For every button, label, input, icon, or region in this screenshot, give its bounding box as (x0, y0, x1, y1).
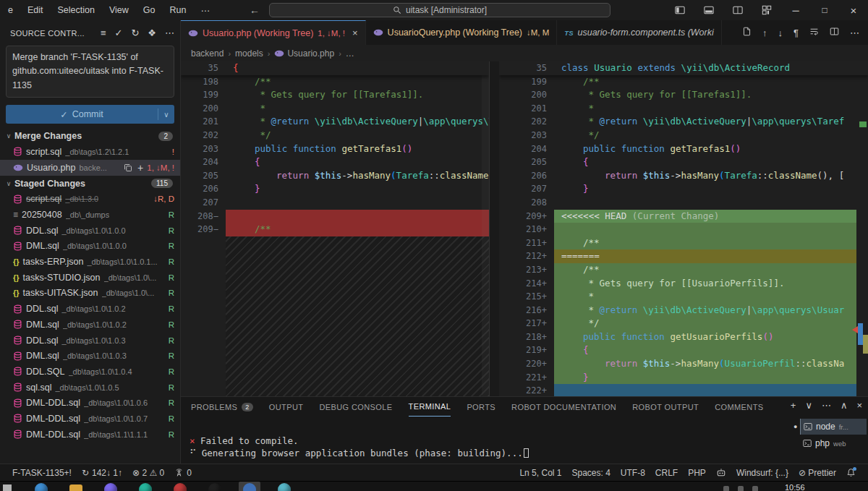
go-to-file-icon[interactable] (742, 27, 752, 38)
stage-icon[interactable]: + (137, 164, 143, 171)
scm-file-row[interactable]: {}tasks-ERP.json_db\tags\1.0\1.0.1...R (0, 254, 180, 270)
layout-split-button[interactable] (723, 0, 752, 20)
next-change-icon[interactable]: ↓ (778, 27, 783, 38)
scm-file-row[interactable]: script.sql_db\1.3.0↓R, D (0, 192, 180, 208)
notifications-status-item[interactable] (841, 468, 861, 477)
layout-custom-button[interactable] (752, 0, 781, 20)
scm-file-row[interactable]: sql.sql_db\tags\1.0\1.0.5R (0, 380, 180, 396)
more-actions-icon[interactable]: ⋯ (165, 27, 174, 38)
panel-tab-ports[interactable]: PORTS (467, 397, 495, 417)
refresh-icon[interactable]: ↻ (131, 27, 139, 38)
left-scrollbar[interactable] (482, 61, 489, 396)
scm-file-row[interactable]: DDL.sql_db\tags\1.0\1.0.0R (0, 223, 180, 239)
encoding-status-item[interactable]: UTF-8 (616, 468, 650, 478)
menu-item-view[interactable]: View (103, 3, 135, 17)
taskbar-app-app-dark[interactable] (208, 483, 221, 491)
taskbar-app-app-globe[interactable] (278, 483, 291, 491)
panel-tab-output[interactable]: OUTPUT (269, 397, 304, 417)
section-header-merge-changes[interactable]: ∨Merge Changes2 (0, 128, 180, 144)
launch-profile-icon[interactable]: ∨ (805, 400, 812, 411)
breadcrumb-item[interactable]: … (346, 48, 354, 59)
commit-dropdown-icon[interactable]: ∨ (158, 111, 174, 119)
menu-item-run[interactable]: Run (163, 3, 193, 17)
taskbar-app-browser-blue[interactable] (35, 483, 48, 491)
panel-tab-terminal[interactable]: TERMINAL (409, 397, 451, 417)
scm-file-row[interactable]: Usuario.phpbacke...+1, ↓M, ! (0, 160, 180, 176)
new-terminal-icon[interactable]: + (791, 400, 796, 411)
nav-back-icon[interactable]: ← (250, 4, 260, 16)
editor-tab[interactable]: UsuarioQuery.php (Working Tree)↓M, M (366, 20, 558, 45)
scm-file-row[interactable]: ≡20250408_db\_dumpsR (0, 207, 180, 223)
panel-tab-debug-console[interactable]: DEBUG CONSOLE (319, 397, 392, 417)
taskbar-app-file-explorer[interactable] (69, 484, 82, 491)
open-file-icon[interactable] (124, 163, 132, 172)
scm-file-row[interactable]: DML-DDL.sql_db\tags\1.0\1.0.6R (0, 395, 180, 411)
scm-file-row[interactable]: {}tasks-STUDIO.json_db\tags\1.0\...R (0, 270, 180, 286)
layout-panel-button[interactable] (694, 0, 723, 20)
scm-file-row[interactable]: {}tasks-UITASK.json_db\tags\1.0\...R (0, 286, 180, 302)
scm-file-row[interactable]: DML.sql_db\tags\1.0\1.0.2R (0, 317, 180, 333)
git-sync-status-item[interactable]: ↻142↓ 1↑ (77, 468, 127, 478)
git-branch-status-item[interactable]: F-TASK-1135+! (7, 468, 77, 478)
taskbar-app-app-red[interactable] (174, 483, 187, 491)
breadcrumb-item[interactable]: Usuario.php (274, 48, 334, 59)
scm-file-row[interactable]: script.sql_db\tags\1.2\1.2.1! (0, 144, 180, 160)
panel-tab-robot-documentation[interactable]: ROBOT DOCUMENTATION (511, 397, 616, 417)
scm-file-row[interactable]: DML-DDL.sql_db\tags\1.1\1.1.1R (0, 427, 180, 443)
scm-file-row[interactable]: DDL.sql_db\tags\1.0\1.0.2R (0, 301, 180, 317)
diff-pane-original[interactable]: 35{198/**199 * Gets query for [[Tarefas1… (181, 61, 490, 396)
eol-sequence-status-item[interactable]: CRLF (650, 468, 683, 478)
scm-file-row[interactable]: DML-DDL.sql_db\tags\1.0\1.0.7R (0, 411, 180, 427)
taskbar-active-app[interactable] (239, 482, 260, 491)
panel-tab-robot-output[interactable]: ROBOT OUTPUT (632, 397, 699, 417)
panel-tab-problems[interactable]: PROBLEMS2 (191, 397, 253, 417)
graph-icon[interactable]: ❖ (148, 27, 156, 38)
taskbar-app-app-purple[interactable] (104, 483, 117, 491)
menu-item-selection[interactable]: Selection (51, 3, 101, 17)
ports-forwarded-status-item[interactable]: 0 (169, 468, 197, 478)
prettier-status-item[interactable]: ⊘ Prettier (793, 468, 841, 478)
diff-pane-modified[interactable]: 35class Usuario extends \yii\db\ActiveRe… (499, 61, 868, 396)
close-panel-icon[interactable]: × (856, 400, 862, 411)
breadcrumb-item[interactable]: backend (191, 48, 224, 59)
menu-item-e[interactable]: e (1, 3, 20, 17)
render-whitespace-icon[interactable]: ¶ (793, 27, 799, 38)
minimize-button[interactable]: ─ (781, 0, 810, 20)
scm-file-row[interactable]: DML.sql_db\tags\1.0\1.0.0R (0, 239, 180, 255)
tab-close-icon[interactable]: × (352, 27, 358, 38)
panel-tab-comments[interactable]: COMMENTS (715, 397, 763, 417)
layout-sidebar-button[interactable] (665, 0, 694, 20)
maximize-panel-icon[interactable]: ∧ (841, 400, 848, 411)
section-header-staged-changes[interactable]: ∨Staged Changes115 (0, 176, 180, 192)
cursor-position-status-item[interactable]: Ln 5, Col 1 (514, 468, 566, 478)
split-editor-icon[interactable] (830, 27, 839, 38)
menu-item-edit[interactable]: Edit (21, 3, 50, 17)
close-button[interactable]: × (839, 0, 868, 20)
editor-tab[interactable]: TSusuario-form.component.ts (Worki (557, 20, 721, 45)
commit-button[interactable]: ✓ Commit ∨ (6, 105, 174, 124)
editor-sash[interactable] (490, 61, 499, 396)
terminal-instance-php[interactable]: phpweb (800, 435, 867, 451)
language-mode-status-item[interactable]: PHP (683, 468, 711, 478)
maximize-button[interactable]: □ (810, 0, 839, 20)
menu-item-[interactable]: ⋯ (194, 3, 216, 18)
commit-message-input[interactable]: Merge branch 'F-TASK-1135' of github.com… (6, 46, 174, 98)
breadcrumb-item[interactable]: models (235, 48, 263, 59)
more-actions-icon[interactable]: ⋯ (822, 400, 831, 411)
word-wrap-icon[interactable] (809, 27, 819, 38)
taskbar-app-app-teal[interactable] (139, 483, 152, 491)
robot-status-status-item[interactable] (711, 468, 731, 477)
command-center-search[interactable]: uitask [Administrator] (269, 3, 610, 17)
start-button[interactable] (3, 484, 12, 491)
scm-file-row[interactable]: DDL.SQL_db\tags\1.0\1.0.4R (0, 364, 180, 380)
scm-file-row[interactable]: DDL.sql_db\tags\1.0\1.0.3R (0, 333, 180, 349)
editor-tab[interactable]: Usuario.php (Working Tree)1, ↓M, !× (181, 20, 366, 45)
view-and-sort-icon[interactable]: ≡ (101, 27, 106, 38)
terminal-instance-node[interactable]: ●nodefr... (800, 419, 867, 435)
menu-item-go[interactable]: Go (137, 3, 162, 17)
scm-file-row[interactable]: DML.sql_db\tags\1.0\1.0.3R (0, 348, 180, 364)
diff-editor[interactable]: 35{198/**199 * Gets query for [[Tarefas1… (181, 61, 868, 396)
commit-check-icon[interactable]: ✓ (115, 27, 123, 38)
windsurf-status-item[interactable]: Windsurf: {...} (731, 468, 793, 478)
more-actions-icon[interactable]: ⋯ (850, 27, 859, 38)
